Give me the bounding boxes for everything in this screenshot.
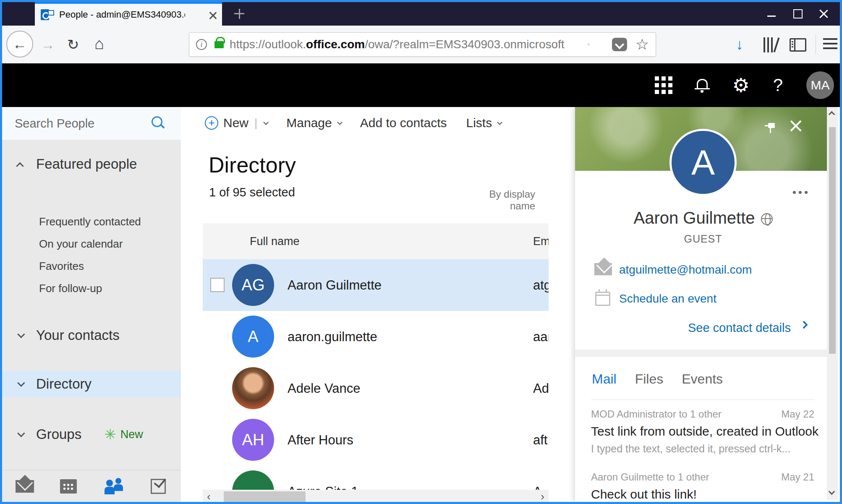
list-item[interactable]: MOD Administrator to 1 other May 22 Test… (591, 408, 814, 455)
contact-email-link[interactable]: atguilmette@hotmail.com (619, 263, 752, 277)
https-lock-icon[interactable] (214, 41, 224, 48)
table-row[interactable]: A aaron.guilmette aar (203, 311, 549, 363)
scrollbar-thumb[interactable] (224, 491, 306, 502)
sidebar-item-frequently-contacted[interactable]: Frequently contacted (39, 215, 141, 228)
browser-window: People - admin@EMS340903.o ← → ↻ ⌂ i htt… (0, 0, 842, 504)
row-checkbox[interactable] (210, 278, 225, 292)
maximize-button[interactable] (784, 2, 811, 26)
avatar-photo (232, 367, 274, 409)
tab-mail[interactable]: Mail (592, 371, 617, 387)
message-sender: MOD Administrator to 1 other (591, 408, 722, 420)
tabs-divider (591, 400, 814, 400)
sidebar-item-directory[interactable]: Directory (2, 371, 181, 397)
new-button[interactable]: + New | (205, 116, 267, 130)
see-contact-details-link[interactable]: See contact details (688, 321, 791, 335)
downloads-icon[interactable]: ↓ (736, 36, 743, 53)
contact-panel: A ••• Aaron Guilmette GUEST atguilmette@… (575, 107, 831, 502)
url-text[interactable]: https://outlook.office.com/owa/?realm=EM… (230, 38, 587, 51)
app-launcher-icon[interactable] (655, 76, 672, 94)
reload-button[interactable]: ↻ (67, 36, 79, 53)
chevron-down-icon (337, 120, 343, 125)
column-email[interactable]: Email (533, 235, 549, 248)
email-icon (594, 263, 612, 275)
contact-name: After Hours (288, 433, 353, 448)
chevron-right-icon[interactable] (800, 321, 808, 329)
contact-name-text: Aaron Guilmette (633, 209, 755, 227)
url-bar[interactable]: i https://outlook.office.com/owa/?realm=… (189, 32, 656, 57)
contact-email: A (533, 484, 542, 490)
panel-divider-band (575, 350, 831, 357)
pocket-icon[interactable] (612, 38, 627, 51)
guest-badge: GUEST (575, 233, 831, 245)
message-date: May 21 (781, 471, 814, 483)
tab-close-icon[interactable] (209, 11, 217, 20)
new-tab-button[interactable] (232, 7, 246, 21)
sidebar-item-on-your-calendar[interactable]: On your calendar (39, 238, 123, 251)
account-avatar[interactable]: MA (806, 71, 834, 99)
close-button[interactable] (811, 2, 837, 26)
sort-by-label[interactable]: By display name (464, 188, 535, 212)
tasks-module-icon[interactable] (151, 479, 166, 494)
chevron-down-icon (17, 379, 25, 386)
table-row[interactable]: AH After Hours aft (203, 414, 549, 466)
settings-gear-icon[interactable]: ⚙ (732, 76, 749, 95)
scroll-down-icon[interactable] (829, 488, 835, 495)
search-icon[interactable] (151, 115, 166, 131)
sidebar-item-favorites[interactable]: Favorites (39, 260, 84, 273)
lists-button[interactable]: Lists (466, 116, 501, 130)
help-icon[interactable]: ? (773, 75, 783, 95)
avatar: AG (232, 264, 274, 306)
page-title: Directory (209, 152, 296, 178)
home-button[interactable]: ⌂ (94, 35, 104, 53)
sidebar-item-label: Directory (36, 376, 92, 392)
forward-button[interactable]: → (41, 37, 55, 53)
vertical-scrollbar[interactable] (827, 107, 838, 500)
contact-email: Ad (533, 381, 549, 396)
sidebar-item-your-contacts[interactable]: Your contacts (2, 322, 181, 349)
menu-hamburger-icon[interactable] (823, 37, 837, 51)
table-row[interactable]: Adele Vance Ad (203, 363, 549, 414)
message-sender: Aaron Guilmette to 1 other (591, 471, 709, 483)
sidebar-item-groups[interactable]: Groups ✳ New (2, 421, 181, 448)
mail-module-icon[interactable] (16, 480, 34, 493)
list-item[interactable]: Aaron Guilmette to 1 other May 21 Check … (591, 471, 814, 501)
horizontal-scrollbar[interactable]: ‹ › (203, 490, 549, 504)
tab-events[interactable]: Events (682, 371, 723, 387)
search-row (2, 107, 181, 140)
pin-icon[interactable] (765, 121, 777, 134)
outlook-favicon (41, 8, 54, 21)
table-row[interactable]: Azure Site 1 A (203, 466, 549, 490)
sidebar-toggle-icon[interactable] (790, 38, 806, 52)
message-subject: Test link from outside, created in Outlo… (591, 424, 814, 439)
people-module-icon[interactable] (103, 479, 125, 494)
bookmark-star-icon[interactable]: ☆ (635, 36, 649, 53)
table-header: Full name Email (203, 223, 549, 259)
new-badge-label: New (120, 428, 143, 441)
notifications-bell-icon[interactable] (696, 79, 709, 91)
groups-new-badge: ✳ New (104, 427, 143, 441)
manage-button[interactable]: Manage (286, 116, 340, 130)
sidebar-item-for-follow-up[interactable]: For follow-up (39, 282, 102, 295)
calendar-icon (595, 292, 610, 306)
scrollbar-thumb[interactable] (829, 127, 836, 354)
minimize-button[interactable] (758, 2, 784, 26)
chevron-down-icon[interactable] (264, 120, 269, 125)
scroll-right-icon[interactable]: › (541, 490, 544, 503)
schedule-event-link[interactable]: Schedule an event (619, 292, 716, 306)
column-full-name[interactable]: Full name (250, 235, 300, 248)
add-to-contacts-button[interactable]: Add to contacts (360, 116, 447, 130)
chevron-up-icon (16, 162, 24, 170)
more-options-icon[interactable]: ••• (792, 186, 810, 199)
browser-tab[interactable]: People - admin@EMS340903.o (35, 2, 222, 26)
library-icon[interactable] (763, 37, 779, 52)
scroll-left-icon[interactable]: ‹ (207, 490, 211, 503)
table-row[interactable]: AG Aaron Guilmette atg (203, 259, 549, 311)
back-button[interactable]: ← (6, 31, 33, 57)
panel-close-icon[interactable] (789, 119, 802, 131)
site-info-icon[interactable]: i (196, 39, 207, 50)
calendar-module-icon[interactable] (60, 479, 77, 494)
scroll-up-icon[interactable] (829, 111, 835, 118)
search-people-input[interactable] (15, 115, 141, 132)
sidebar-item-featured-people[interactable]: Featured people (2, 151, 181, 178)
tab-files[interactable]: Files (635, 371, 664, 387)
